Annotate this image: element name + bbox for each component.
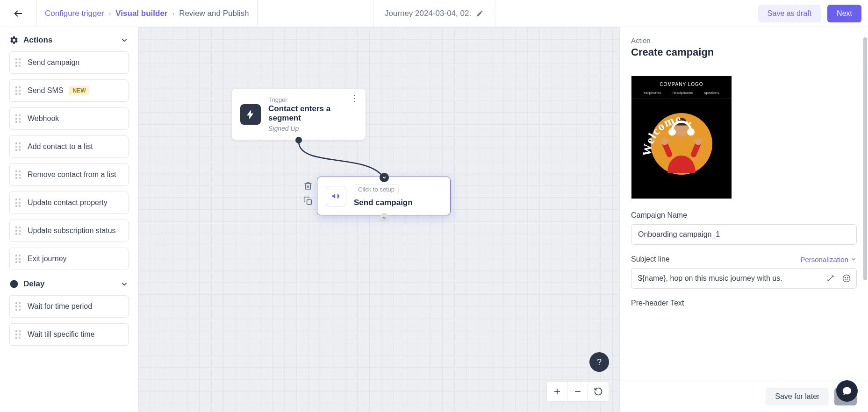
inspector-overline: Action	[631, 36, 857, 44]
breadcrumb-step-3: Review and Publish	[179, 9, 249, 18]
journey-title-cell: Journey 2024-03-04, 02:	[373, 0, 495, 27]
drag-handle-icon	[15, 114, 22, 123]
svg-point-11	[695, 137, 702, 145]
action-exit-journey[interactable]: Exit journey	[9, 248, 129, 270]
action-label: Remove contact from a list	[28, 170, 116, 179]
person-headphones-icon	[658, 117, 705, 173]
actions-section-header[interactable]: Actions	[9, 32, 129, 51]
reset-zoom-button[interactable]	[588, 381, 609, 402]
svg-point-13	[843, 275, 850, 282]
scrollbar[interactable]	[863, 37, 867, 280]
trigger-node-body: Trigger Contact enters a segment Signed …	[268, 96, 357, 132]
zoom-out-button[interactable]	[567, 381, 588, 402]
breadcrumb-step-2[interactable]: Visual builder	[115, 9, 167, 18]
action-send-sms[interactable]: Send SMS NEW	[9, 79, 129, 102]
drag-handle-icon	[15, 302, 22, 311]
magic-wand-icon[interactable]	[826, 274, 835, 283]
preview-brand: COMPANY LOGO	[631, 76, 732, 87]
save-as-draft-button[interactable]: Save as draft	[758, 5, 821, 22]
campaign-name-input[interactable]	[631, 224, 857, 245]
action-label: Update contact property	[28, 199, 108, 207]
help-button[interactable]: ?	[589, 352, 609, 372]
duplicate-node-button[interactable]	[303, 196, 313, 206]
chat-fab[interactable]	[836, 380, 858, 402]
subject-line-group: Subject line Personalization	[631, 255, 857, 289]
action-label: Wait till specific time	[28, 330, 94, 339]
breadcrumb: Configure trigger › Visual builder › Rev…	[36, 0, 258, 27]
back-button[interactable]	[0, 0, 36, 27]
preview-nav-item: headphones	[673, 91, 693, 95]
gear-icon	[9, 36, 19, 45]
node-tools	[303, 181, 313, 206]
edit-icon[interactable]	[476, 10, 483, 17]
chevron-right-icon: ›	[109, 10, 111, 17]
delay-section-header[interactable]: Delay	[9, 276, 129, 295]
delay-section-title: Delay	[23, 279, 44, 289]
preview-nav-item: speakers	[704, 91, 719, 95]
drag-handle-icon	[15, 170, 22, 179]
drag-handle-icon	[15, 86, 22, 95]
svg-point-15	[847, 277, 848, 278]
chevron-down-icon	[850, 256, 857, 263]
node-port-out[interactable]	[295, 137, 302, 143]
action-remove-contact-list[interactable]: Remove contact from a list	[9, 163, 129, 186]
inspector-footer: Save for later N	[620, 381, 868, 412]
inspector-title: Create campaign	[631, 46, 857, 58]
drag-handle-icon	[15, 58, 22, 67]
action-label: Send campaign	[28, 58, 79, 67]
zoom-in-button[interactable]	[547, 381, 567, 402]
canvas-zoom-controls	[546, 381, 609, 402]
drag-handle-icon	[15, 226, 22, 235]
trigger-subtitle: Signed Up	[268, 125, 357, 132]
campaign-name-label: Campaign Name	[631, 211, 857, 220]
inspector-header: Action Create campaign	[620, 27, 868, 66]
delay-wait-specific-time[interactable]: Wait till specific time	[9, 323, 129, 346]
delay-wait-period[interactable]: Wait for time period	[9, 295, 129, 318]
action-label: Send SMS	[28, 86, 63, 95]
node-more-button[interactable]	[350, 95, 359, 101]
node-port-out[interactable]	[380, 213, 389, 222]
personalization-link[interactable]: Personalization	[800, 256, 857, 263]
node-port-in[interactable]	[380, 173, 389, 182]
action-label: Update subscription status	[28, 227, 116, 235]
drag-handle-icon	[15, 198, 22, 207]
subject-line-input[interactable]	[631, 268, 857, 289]
emoji-icon[interactable]	[842, 274, 851, 283]
action-webhook[interactable]: Webhook	[9, 107, 129, 130]
preheader-label: Pre-header Text	[631, 299, 857, 307]
breadcrumb-step-1[interactable]: Configure trigger	[45, 9, 104, 18]
help-icon: ?	[597, 357, 602, 367]
preheader-group: Pre-header Text	[631, 299, 857, 307]
workflow-canvas[interactable]: Trigger Contact enters a segment Signed …	[138, 27, 619, 412]
action-node[interactable]: Click to setup Send campaign	[317, 177, 451, 215]
action-update-subscription-status[interactable]: Update subscription status	[9, 220, 129, 242]
preview-hero-circle	[651, 113, 712, 175]
journey-title: Journey 2024-03-04, 02:	[385, 9, 471, 18]
preview-nav-item: earphones	[644, 91, 661, 95]
email-preview-thumbnail[interactable]: COMPANY LOGO earphones headphones speake…	[631, 76, 732, 199]
clock-icon	[9, 279, 19, 289]
delete-node-button[interactable]	[303, 181, 313, 192]
campaign-name-group: Campaign Name	[631, 211, 857, 245]
action-node-body: Click to setup Send campaign	[354, 185, 442, 207]
action-label: Webhook	[28, 114, 59, 123]
chevron-down-icon	[120, 36, 129, 44]
chevron-right-icon: ›	[172, 10, 174, 17]
action-update-contact-property[interactable]: Update contact property	[9, 192, 129, 214]
chat-icon	[842, 386, 852, 396]
action-label: Exit journey	[28, 255, 67, 263]
drag-handle-icon	[15, 254, 22, 263]
arrow-left-icon	[13, 8, 23, 19]
megaphone-icon	[326, 186, 346, 206]
next-button[interactable]: Next	[827, 5, 861, 22]
action-add-contact-list[interactable]: Add contact to a list	[9, 135, 129, 158]
actions-section-title: Actions	[23, 36, 52, 45]
svg-point-9	[687, 128, 695, 135]
subject-line-label: Subject line	[631, 255, 670, 263]
new-badge: NEW	[69, 86, 89, 95]
action-send-campaign[interactable]: Send campaign	[9, 51, 129, 74]
preview-nav: earphones headphones speakers	[631, 87, 732, 99]
trigger-node[interactable]: Trigger Contact enters a segment Signed …	[232, 89, 366, 140]
trigger-overline: Trigger	[268, 96, 357, 103]
save-for-later-button[interactable]: Save for later	[766, 388, 829, 405]
